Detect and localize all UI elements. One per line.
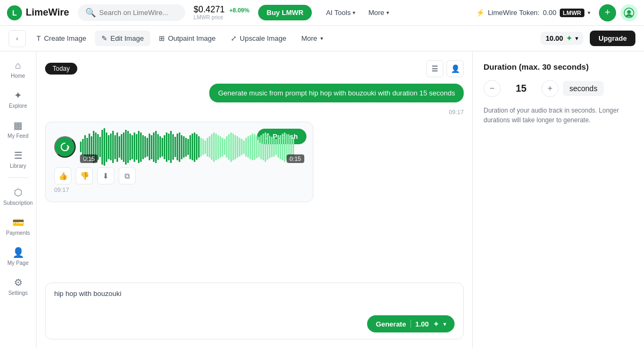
bolt-icon: ⚡ bbox=[476, 9, 485, 17]
right-panel: Duration (max. 30 seconds) − 15 + second… bbox=[472, 51, 644, 348]
logo-icon: L bbox=[6, 5, 23, 21]
nav-links: AI Tools ▾ More ▾ bbox=[320, 5, 394, 20]
download-button[interactable]: ⬇ bbox=[97, 167, 114, 184]
chevron-down-icon[interactable]: ▾ bbox=[588, 10, 590, 16]
nav-more[interactable]: More ▾ bbox=[363, 5, 394, 20]
sidebar-item-explore[interactable]: ✦ Explore bbox=[2, 85, 34, 113]
sidebar-divider bbox=[8, 177, 29, 178]
add-button[interactable]: + bbox=[599, 4, 616, 21]
plus-icon: ✦ bbox=[566, 34, 572, 42]
tool-upscale-image[interactable]: ⤢ Upscale Image bbox=[224, 31, 293, 46]
buy-button[interactable]: Buy LMWR bbox=[258, 5, 312, 20]
input-box: Generate 1.00 ✦ ▾ bbox=[45, 283, 464, 339]
upgrade-button[interactable]: Upgrade bbox=[590, 31, 635, 46]
token-value: 0.00 bbox=[543, 9, 556, 17]
chevron-down-icon: ▾ bbox=[386, 10, 389, 16]
main-content: ⌂ Home ✦ Explore ▦ My Feed ☰ Library ⬡ S… bbox=[0, 51, 644, 348]
duration-value: 15 bbox=[505, 83, 537, 94]
feed-icon: ▦ bbox=[13, 120, 23, 131]
sidebar-item-payments[interactable]: 💳 Payments bbox=[2, 212, 34, 240]
lmwr-badge: LMWR bbox=[560, 9, 584, 17]
input-area: Generate 1.00 ✦ ▾ bbox=[45, 283, 464, 339]
tool-create-image[interactable]: T Create Image bbox=[30, 31, 93, 46]
text-icon: T bbox=[36, 34, 41, 42]
avatar-icon bbox=[624, 8, 634, 18]
panel-description: Duration of your audio track in seconds.… bbox=[484, 106, 633, 125]
message-time: 09:17 bbox=[449, 109, 464, 115]
play-button[interactable] bbox=[54, 136, 76, 158]
time-end: 0:15 bbox=[287, 154, 304, 163]
subscription-icon: ⬡ bbox=[14, 187, 23, 198]
sidebar-item-settings[interactable]: ⚙ Settings bbox=[2, 272, 34, 300]
time-start: 0:15 bbox=[80, 154, 98, 163]
date-row: Today ☰ 👤 bbox=[45, 60, 464, 77]
audio-actions: 👍 👎 ⬇ ⧉ bbox=[54, 167, 304, 184]
tool-outpaint-image[interactable]: ⊞ Outpaint Image bbox=[152, 31, 222, 46]
edit-icon: ✎ bbox=[101, 34, 107, 42]
mypage-icon: 👤 bbox=[12, 247, 24, 258]
copy-button[interactable]: ⧉ bbox=[119, 167, 136, 184]
explore-icon: ✦ bbox=[14, 90, 22, 101]
chat-scroll: Today ☰ 👤 Generate music from prompt hip… bbox=[45, 60, 464, 276]
sidebar-item-library[interactable]: ☰ Library bbox=[2, 145, 34, 173]
input-bottom: Generate 1.00 ✦ ▾ bbox=[54, 315, 455, 332]
duration-decrease-button[interactable]: − bbox=[484, 80, 501, 97]
audio-waveform: 0:15 0:15 bbox=[54, 131, 304, 163]
audio-card: ⤴ Publish 0:15 0:15 bbox=[45, 122, 313, 202]
token-area: ⚡ LimeWire Token: 0.00 LMWR ▾ bbox=[476, 9, 590, 17]
sidebar-item-myfeed[interactable]: ▦ My Feed bbox=[2, 115, 34, 143]
payments-icon: 💳 bbox=[12, 217, 24, 228]
price-label: LMWR price bbox=[194, 14, 250, 20]
sidebar-item-subscription[interactable]: ⬡ Subscription bbox=[2, 182, 34, 210]
settings-icon: ⚙ bbox=[14, 277, 23, 288]
tool-edit-image[interactable]: ✎ Edit Image bbox=[95, 31, 150, 46]
search-icon: 🔍 bbox=[85, 8, 96, 18]
sidebar: ⌂ Home ✦ Explore ▦ My Feed ☰ Library ⬡ S… bbox=[0, 51, 36, 348]
duration-control: − 15 + seconds bbox=[484, 80, 633, 97]
price-value: $0.4271 +8.09% bbox=[194, 5, 250, 14]
dislike-button[interactable]: 👎 bbox=[76, 167, 93, 184]
duration-increase-button[interactable]: + bbox=[541, 80, 559, 97]
top-actions: + bbox=[599, 4, 638, 21]
prompt-input[interactable] bbox=[54, 290, 455, 311]
nav-ai-tools[interactable]: AI Tools ▾ bbox=[320, 5, 361, 20]
sidebar-item-mypage[interactable]: 👤 My Page bbox=[2, 242, 34, 270]
generate-button[interactable]: Generate 1.00 ✦ ▾ bbox=[367, 315, 455, 332]
generate-cost: 1.00 bbox=[415, 320, 429, 328]
duration-unit: seconds bbox=[563, 81, 604, 96]
chat-mode-button[interactable]: ☰ bbox=[426, 60, 443, 77]
secondary-nav: ‹ T Create Image ✎ Edit Image ⊞ Outpaint… bbox=[0, 26, 644, 51]
card-time: 09:17 bbox=[54, 187, 304, 193]
panel-title: Duration (max. 30 seconds) bbox=[484, 62, 633, 71]
top-nav: L LimeWire 🔍 $0.4271 +8.09% LMWR price B… bbox=[0, 0, 644, 26]
chat-area: Today ☰ 👤 Generate music from prompt hip… bbox=[36, 51, 472, 348]
avatar-button[interactable] bbox=[620, 4, 638, 21]
upscale-icon: ⤢ bbox=[231, 34, 237, 42]
chevron-down-icon: ▾ bbox=[353, 10, 355, 16]
svg-text:L: L bbox=[12, 9, 17, 17]
chevron-down-icon: ▾ bbox=[320, 35, 323, 41]
logo-text: LimeWire bbox=[26, 7, 69, 18]
outpaint-icon: ⊞ bbox=[159, 34, 165, 42]
waveform-visual: 0:15 0:15 bbox=[80, 131, 304, 163]
replay-icon bbox=[60, 142, 70, 152]
user-message: Generate music from prompt hip hop with … bbox=[209, 84, 464, 102]
price-area: $0.4271 +8.09% LMWR price bbox=[194, 5, 250, 20]
date-badge: Today bbox=[45, 63, 77, 75]
chevron-down-icon[interactable]: ▾ bbox=[575, 35, 578, 41]
tokens-display: 10.00 ✦ ▾ bbox=[540, 32, 584, 45]
search-bar[interactable]: 🔍 bbox=[78, 4, 185, 21]
user-mode-button[interactable]: 👤 bbox=[447, 60, 464, 77]
library-icon: ☰ bbox=[14, 150, 23, 161]
logo: L LimeWire bbox=[6, 5, 69, 21]
sidebar-item-home[interactable]: ⌂ Home bbox=[2, 56, 34, 83]
tool-more[interactable]: More ▾ bbox=[295, 31, 330, 46]
search-input[interactable] bbox=[99, 9, 174, 17]
home-icon: ⌂ bbox=[15, 60, 21, 71]
like-button[interactable]: 👍 bbox=[54, 167, 71, 184]
back-button[interactable]: ‹ bbox=[9, 30, 26, 47]
divider bbox=[411, 320, 411, 328]
chevron-down-icon[interactable]: ▾ bbox=[443, 321, 446, 327]
gem-icon: ✦ bbox=[433, 320, 439, 328]
